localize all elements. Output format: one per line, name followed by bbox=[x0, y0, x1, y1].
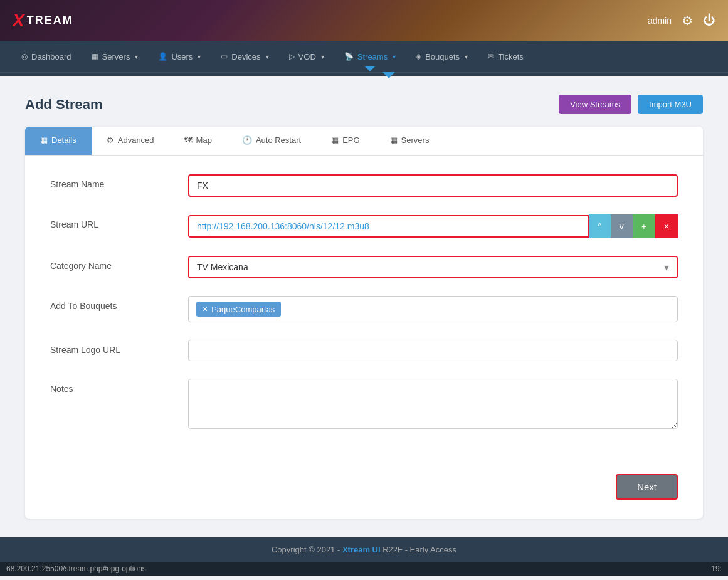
tickets-icon: ✉ bbox=[488, 52, 494, 61]
servers-icon: ▦ bbox=[92, 52, 98, 61]
notes-control bbox=[188, 379, 678, 431]
notes-row: Notes bbox=[50, 379, 678, 431]
tab-servers-label: Servers bbox=[401, 135, 430, 145]
tab-advanced-label: Advanced bbox=[118, 135, 154, 145]
url-down-button[interactable]: v bbox=[611, 214, 633, 238]
logo: X TREAM bbox=[13, 11, 73, 31]
nav-label-users: Users bbox=[171, 52, 193, 61]
details-tab-icon: ▦ bbox=[40, 135, 48, 145]
chevron-down-icon: ▾ bbox=[266, 53, 269, 60]
nav-label-vod: VOD bbox=[298, 52, 316, 61]
tab-auto-restart[interactable]: 🕐 Auto Restart bbox=[227, 127, 316, 155]
stream-url-row: Stream URL ^ v + × bbox=[50, 214, 678, 238]
category-label: Category Name bbox=[50, 256, 176, 271]
footer-version: R22F - Early Access bbox=[382, 545, 456, 554]
next-button[interactable]: Next bbox=[616, 474, 678, 500]
chevron-down-icon: ▾ bbox=[198, 53, 201, 60]
power-icon[interactable]: ⏻ bbox=[703, 13, 715, 28]
tab-map[interactable]: 🗺 Map bbox=[169, 127, 227, 155]
chevron-down-icon: ▾ bbox=[135, 53, 138, 60]
tab-epg-label: EPG bbox=[342, 135, 359, 145]
notes-textarea[interactable] bbox=[188, 379, 678, 429]
form-body: Stream Name Stream URL ^ v bbox=[25, 156, 703, 468]
servers-tab-icon: ▦ bbox=[390, 135, 398, 145]
nav-item-bouquets[interactable]: ◈ Bouquets ▾ bbox=[407, 47, 477, 66]
status-time: 19: bbox=[711, 564, 722, 573]
nav-label-dashboard: Dashboard bbox=[31, 52, 71, 61]
footer-text: Copyright © 2021 - bbox=[272, 545, 342, 554]
page-header-buttons: View Streams Import M3U bbox=[559, 95, 703, 114]
bouquet-tag-label: PaqueCompartas bbox=[211, 305, 275, 314]
bouquets-control: × PaqueCompartas bbox=[188, 296, 678, 322]
status-bar: 68.200.21:25500/stream.php#epg-options 1… bbox=[0, 562, 728, 576]
nav-label-tickets: Tickets bbox=[498, 52, 524, 61]
streams-icon: 📡 bbox=[344, 52, 354, 61]
tab-map-label: Map bbox=[196, 135, 212, 145]
tab-auto-restart-label: Auto Restart bbox=[256, 135, 301, 145]
logo-url-control bbox=[188, 340, 678, 361]
category-row: Category Name TV Mexicana Sports News Mo… bbox=[50, 256, 678, 278]
url-delete-button[interactable]: × bbox=[655, 214, 678, 238]
stream-url-control: ^ v + × bbox=[188, 214, 678, 238]
add-stream-card: ▦ Details ⚙ Advanced 🗺 Map 🕐 Auto Restar… bbox=[25, 127, 703, 519]
page-header: Add Stream View Streams Import M3U bbox=[25, 95, 703, 114]
main-content: Add Stream View Streams Import M3U ▦ Det… bbox=[0, 76, 728, 537]
nav-item-vod[interactable]: ▷ VOD ▾ bbox=[280, 47, 333, 66]
category-control: TV Mexicana Sports News Movies Kids bbox=[188, 256, 678, 278]
url-add-button[interactable]: + bbox=[633, 214, 655, 238]
stream-name-control bbox=[188, 174, 678, 197]
vod-icon: ▷ bbox=[289, 52, 295, 61]
chevron-down-icon: ▾ bbox=[321, 53, 324, 60]
tab-servers[interactable]: ▦ Servers bbox=[375, 127, 445, 155]
nav-label-servers: Servers bbox=[102, 52, 130, 61]
form-footer: Next bbox=[25, 468, 703, 519]
view-streams-button[interactable]: View Streams bbox=[559, 95, 631, 114]
dashboard-icon: ◎ bbox=[21, 52, 28, 61]
header: X TREAM admin ⚙ ⏻ bbox=[0, 0, 728, 41]
logo-url-label: Stream Logo URL bbox=[50, 340, 176, 355]
tab-details[interactable]: ▦ Details bbox=[25, 127, 92, 155]
advanced-tab-icon: ⚙ bbox=[107, 135, 114, 145]
nav-item-dashboard[interactable]: ◎ Dashboard bbox=[13, 47, 80, 66]
tab-epg[interactable]: ▦ EPG bbox=[316, 127, 374, 155]
status-url: 68.200.21:25500/stream.php#epg-options bbox=[6, 564, 146, 573]
nav-item-streams[interactable]: 📡 Streams ▾ bbox=[335, 47, 404, 66]
bouquets-icon: ◈ bbox=[416, 52, 421, 61]
tab-advanced[interactable]: ⚙ Advanced bbox=[92, 127, 169, 155]
category-select-inner: TV Mexicana Sports News Movies Kids bbox=[189, 257, 677, 277]
settings-icon[interactable]: ⚙ bbox=[682, 13, 693, 28]
stream-name-row: Stream Name bbox=[50, 174, 678, 197]
header-right: admin ⚙ ⏻ bbox=[648, 13, 715, 28]
nav-item-servers[interactable]: ▦ Servers ▾ bbox=[83, 47, 147, 66]
nav-label-devices: Devices bbox=[231, 52, 260, 61]
admin-label: admin bbox=[648, 16, 672, 26]
bouquets-row: Add To Bouquets × PaqueCompartas bbox=[50, 296, 678, 322]
page-title: Add Stream bbox=[25, 97, 102, 113]
stream-name-label: Stream Name bbox=[50, 174, 176, 189]
bouquet-remove-icon[interactable]: × bbox=[203, 304, 208, 314]
logo-url-row: Stream Logo URL bbox=[50, 340, 678, 361]
url-btn-group: ^ v + × bbox=[589, 214, 678, 238]
nav-item-devices[interactable]: ▭ Devices ▾ bbox=[212, 47, 277, 66]
notes-label: Notes bbox=[50, 379, 176, 394]
url-up-button[interactable]: ^ bbox=[589, 214, 611, 238]
logo-x-icon: X bbox=[13, 11, 24, 31]
nav-item-tickets[interactable]: ✉ Tickets bbox=[479, 47, 532, 66]
epg-tab-icon: ▦ bbox=[331, 135, 339, 145]
bouquets-label: Add To Bouquets bbox=[50, 296, 176, 311]
map-tab-icon: 🗺 bbox=[184, 135, 193, 145]
logo-url-input[interactable] bbox=[188, 340, 678, 361]
bouquets-input[interactable]: × PaqueCompartas bbox=[188, 296, 678, 322]
nav-label-bouquets: Bouquets bbox=[425, 52, 460, 61]
import-m3u-button[interactable]: Import M3U bbox=[638, 95, 703, 114]
chevron-down-icon: ▾ bbox=[393, 53, 396, 60]
stream-url-input[interactable] bbox=[189, 216, 588, 236]
bouquet-tag: × PaqueCompartas bbox=[196, 302, 281, 317]
category-select[interactable]: TV Mexicana Sports News Movies Kids bbox=[189, 257, 677, 277]
footer: Copyright © 2021 - Xtream UI R22F - Earl… bbox=[0, 537, 728, 562]
users-icon: 👤 bbox=[158, 52, 167, 61]
nav-item-users[interactable]: 👤 Users ▾ bbox=[149, 47, 209, 66]
stream-name-input[interactable] bbox=[188, 174, 678, 197]
stream-url-input-wrap bbox=[188, 215, 589, 238]
nav: ◎ Dashboard ▦ Servers ▾ 👤 Users ▾ ▭ Devi… bbox=[0, 41, 728, 72]
